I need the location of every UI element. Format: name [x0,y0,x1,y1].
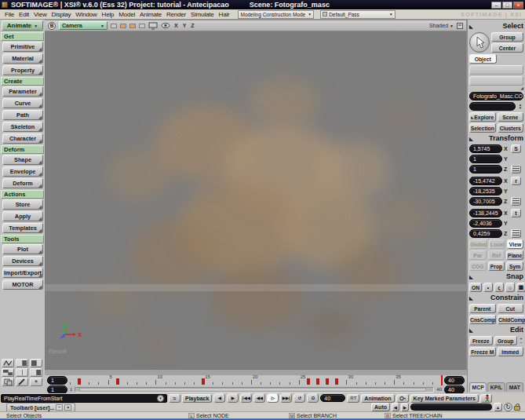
select-section-header[interactable]: ◣ Select [469,21,523,31]
prev-key-button[interactable]: ◀ [392,403,399,411]
select-tool-button[interactable] [469,32,490,53]
object-filter-button[interactable]: Object [469,54,497,64]
ref-mode-local-button[interactable]: Local [489,239,505,249]
menu-window[interactable]: Window [73,11,99,18]
range-end-field[interactable]: 40 [444,385,465,394]
step-forward-button[interactable]: ▶ [227,393,239,403]
curve-snap-button[interactable]: ς [494,283,504,292]
group-edit-button[interactable]: Group [494,336,518,345]
cycle-icon[interactable]: ↻ [504,403,512,411]
constrain-section-header[interactable]: ◣ Constrain [469,293,523,302]
eye-visibility-icon[interactable] [161,22,170,29]
scrollbar-thumb[interactable] [79,388,426,392]
animation-menu-button[interactable]: Animation [361,394,394,403]
scale-button[interactable]: S [511,144,521,153]
layout-quad-button[interactable] [2,368,14,377]
memo-cam-slot-icon[interactable] [120,24,126,28]
grid-snap-button[interactable]: ▦ [516,283,525,292]
axis-toggle-z[interactable]: Z [190,23,195,28]
rotate-button[interactable]: r [511,177,521,185]
pen-tool-button[interactable] [16,378,28,386]
lock-icon[interactable] [514,406,520,411]
layout-split-button[interactable] [30,368,42,377]
immed-button[interactable]: Immed [498,347,524,356]
animate-menu-button[interactable]: Animate ▼ [2,20,43,31]
keyframe-mark[interactable] [335,378,338,385]
display-mode-select[interactable]: Shaded ▼ [429,23,454,28]
cog-button[interactable]: COG [469,261,487,271]
memo-cam-slot-icon[interactable] [139,24,145,28]
display-options-icon[interactable] [148,22,158,30]
brush-tool-button[interactable]: * [30,378,42,386]
camera-view-select[interactable]: Camera ▼ [59,21,108,30]
layout-split-button[interactable] [16,359,28,367]
playback-menu-button[interactable]: Playback [182,394,212,403]
key-button[interactable] [396,394,409,403]
menu-view[interactable]: View [31,11,49,18]
ref-mode-plane-button[interactable]: Plane [506,250,523,260]
end-frame-field[interactable]: 40 [444,376,465,385]
menu-model[interactable]: Model [116,11,137,18]
spin-down-icon[interactable]: ▼ [519,107,522,110]
panel-fold-icon[interactable]: ◢ [469,86,523,90]
transform-value-field[interactable]: -18,2535 [469,187,502,195]
skeleton-button[interactable]: Skeleton◢ [2,122,43,132]
filter-slot-button[interactable] [469,76,523,86]
apply-button[interactable]: Apply◢ [2,211,43,221]
layout-split-button[interactable] [16,368,28,377]
keyframe-mark[interactable] [78,378,81,385]
import-export-button[interactable]: Import/Export◢ [2,268,43,278]
menu-help[interactable]: Help [100,11,117,18]
refresh-script-button[interactable]: ≈ [169,394,180,403]
step-back-button[interactable]: ◀ [213,393,225,403]
dock-icon[interactable]: − [56,404,63,411]
group-button[interactable]: Group [491,32,523,42]
character-key-button[interactable] [480,394,492,403]
memo-cam-slot-icon[interactable] [129,24,136,28]
freeze-button[interactable]: Freeze [469,336,493,345]
parent-button[interactable]: Parent [469,304,496,313]
material-button[interactable]: Material◢ [2,53,43,64]
playback-script-field[interactable]: PlayRealTimeFromStart ▼ [1,394,167,403]
close-tab-icon[interactable]: × [64,404,71,411]
character-button[interactable]: Character◢ [2,133,43,144]
transform-value-field[interactable]: 1 [469,155,502,163]
clusters-button[interactable]: Clusters [498,123,524,133]
envelope-button[interactable]: Envelope◢ [2,166,43,177]
tab-mat[interactable]: MAT [506,382,523,392]
chldcomp-button[interactable]: ChldComp [498,315,525,324]
transform-value-field[interactable]: -138,2445 [469,209,502,217]
layout-wave-button[interactable] [2,359,14,367]
plot-button[interactable]: Plot◢ [2,244,43,254]
selection-name-field[interactable]: Fotografo_Masc.COG [469,92,523,100]
camera-viewport[interactable]: X z Result [45,31,467,369]
timeline-scrollbar[interactable] [75,387,434,393]
param-up-button[interactable]: ▲ [494,403,502,411]
ref-mode-ref-button[interactable]: Ref [488,250,505,260]
region-snap-button[interactable]: ○ [505,283,515,292]
transform-value-field[interactable]: -2,4036 [469,219,502,228]
menu-animate[interactable]: Animate [137,11,164,18]
filter-slot-button[interactable] [469,65,523,75]
viewport-resize-icon[interactable] [457,23,463,29]
templates-button[interactable]: Templates◢ [2,223,43,233]
deform-button[interactable]: Deform◢ [2,178,43,188]
menu-hair[interactable]: Hair [217,11,232,18]
property-button[interactable]: Property◢ [2,65,43,75]
slider-stack-button[interactable] [511,197,521,206]
maximize-button[interactable]: □ [502,2,512,9]
script-dropdown-icon[interactable]: ▼ [157,395,164,402]
auto-key-button[interactable]: Auto [371,403,390,411]
loop-button[interactable]: ↺ [293,393,305,403]
axis-toggle-y[interactable]: Y [182,23,188,28]
translate-button[interactable]: t [511,209,521,217]
motor-button[interactable]: MOTOR◢ [2,279,43,290]
tab-mcp[interactable]: MCP [469,382,487,392]
go-to-start-button[interactable]: |◀◀ [240,393,252,403]
ref-mode-par-button[interactable]: Par [469,250,487,260]
start-frame-field[interactable]: 1 [47,376,67,385]
memo-cam-slot-icon[interactable] [111,24,117,28]
keyframe-mark[interactable] [116,378,119,385]
edit-section-header[interactable]: ◣ Edit [469,325,523,334]
transform-value-field[interactable]: 1,5745 [469,144,502,153]
